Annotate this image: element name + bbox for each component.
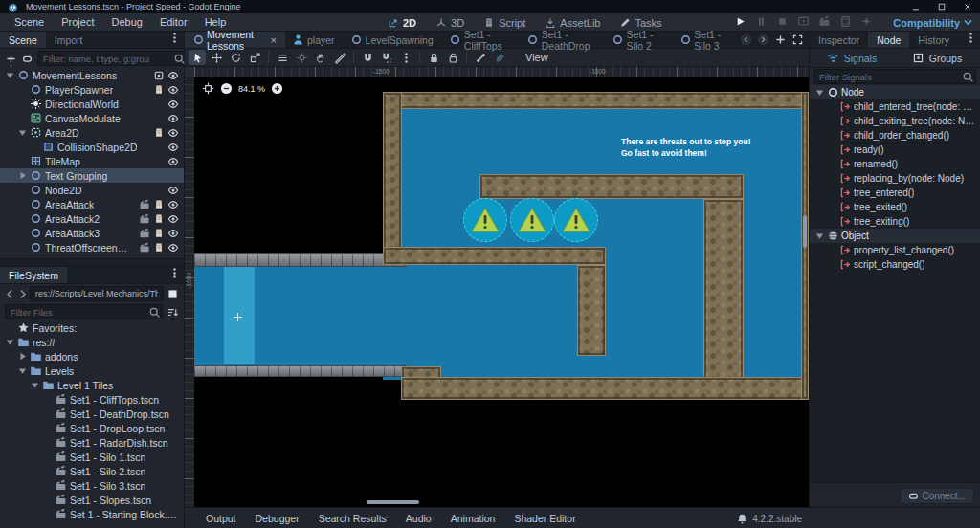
bottom-panel-tab[interactable]: Animation (441, 513, 505, 524)
signal-row[interactable]: child_entered_tree(node: Node) (810, 99, 980, 114)
scene-tab[interactable]: player (285, 32, 344, 48)
expand-arrow-icon[interactable] (827, 246, 836, 255)
expand-arrow-icon[interactable] (17, 114, 27, 123)
menu-item[interactable]: Help (196, 16, 235, 28)
clapper-icon[interactable] (55, 436, 67, 449)
bottom-panel-tab[interactable]: Search Results (309, 513, 396, 524)
clapper-icon[interactable] (139, 213, 150, 225)
scene-tree-row[interactable]: CanvasModulate (0, 111, 184, 125)
zoom-out-icon[interactable] (220, 82, 233, 95)
scene-tree-row[interactable]: CollisionShape2D (0, 140, 184, 154)
run-control-button[interactable] (839, 15, 852, 30)
workspace-tab[interactable]: AssetLib (537, 17, 608, 29)
clapper-icon[interactable] (139, 242, 150, 253)
canvas-tool-button[interactable] (359, 50, 376, 65)
bottom-panel-tab[interactable]: Shader Editor (504, 513, 585, 524)
file-tree-row[interactable]: Favorites: (0, 320, 184, 335)
eye-icon[interactable] (167, 185, 179, 196)
instance-scene-icon[interactable] (21, 53, 33, 65)
workspace-tab[interactable]: 2D (380, 17, 424, 29)
canvas-tool-button[interactable] (227, 50, 244, 65)
expand-arrow-icon[interactable] (42, 395, 52, 405)
eye-icon[interactable] (167, 242, 179, 253)
scene-tree-row[interactable]: AreaAttack2 (0, 211, 184, 226)
expand-arrow-icon[interactable] (30, 143, 39, 152)
expand-arrow-icon[interactable] (827, 145, 836, 155)
forward-icon[interactable] (17, 288, 27, 300)
clapper-icon[interactable] (55, 422, 67, 434)
clapper-icon[interactable] (55, 465, 67, 477)
scene-tree-row[interactable]: AreaAttack (0, 197, 184, 211)
scene-tab[interactable]: Set1 - Silo 3 (672, 32, 740, 48)
signal-row[interactable]: child_exiting_tree(node: Node) (810, 114, 980, 128)
expand-arrow-icon[interactable] (827, 260, 836, 270)
bottom-panel-tab[interactable]: Audio (396, 513, 441, 524)
canvas-tool-button[interactable] (246, 50, 263, 65)
run-control-button[interactable] (797, 15, 810, 30)
file-tree-row[interactable]: Set1 - DeathDrop.tscn (0, 407, 184, 421)
file-tree-row[interactable]: Set1 - DropLoop.tscn (0, 421, 184, 435)
file-tree-row[interactable]: Set1 - CliffTops.tscn (0, 392, 184, 407)
expand-arrow-icon[interactable] (17, 157, 27, 166)
dock-tab[interactable]: Scene (0, 32, 46, 48)
clapper-icon[interactable] (139, 228, 150, 239)
run-control-button[interactable] (776, 15, 789, 30)
bottom-panel-tab[interactable]: Output (196, 513, 246, 524)
scene-tab[interactable]: Movement Lessons × (185, 32, 285, 48)
expand-arrow-icon[interactable] (827, 102, 836, 112)
menu-item[interactable]: Scene (6, 16, 53, 28)
expand-arrow-icon[interactable] (814, 88, 824, 98)
scene-tab[interactable]: Set1 - DeathDrop (520, 32, 605, 48)
clapper-icon[interactable] (55, 451, 67, 463)
canvas-tool-button[interactable] (274, 50, 291, 65)
menu-item[interactable]: Debug (102, 16, 150, 28)
notifications-bell-icon[interactable] (737, 514, 747, 524)
workspace-tab[interactable]: 3D (428, 17, 472, 29)
canvas-area[interactable]: There are threats out to stop you! Go fa… (194, 77, 809, 507)
clapper-icon[interactable] (818, 15, 831, 28)
script-icon[interactable] (153, 213, 165, 225)
expand-arrow-icon[interactable] (827, 217, 836, 227)
eye-icon[interactable] (167, 142, 179, 153)
scene-tree-row[interactable]: Area2D (0, 125, 184, 140)
minimize-icon[interactable] (911, 2, 921, 11)
expand-arrow-icon[interactable] (17, 186, 27, 195)
scene-tree-row[interactable]: ThreatOffscreenSpawner (0, 240, 184, 254)
view-menu-button[interactable]: View (520, 52, 554, 63)
run-control-button[interactable] (860, 15, 873, 30)
filesystem-menu-icon[interactable] (166, 267, 184, 279)
section-button[interactable]: Groups (895, 53, 980, 64)
horizontal-scrollbar[interactable] (367, 500, 419, 504)
file-tree-row[interactable]: Level 1 Tiles (0, 378, 184, 392)
expand-arrow-icon[interactable] (5, 71, 14, 80)
run-control-button[interactable] (734, 15, 746, 30)
scene-filter-input[interactable] (41, 53, 171, 65)
vertical-scrollbar[interactable] (803, 215, 807, 248)
next-tab-icon[interactable] (757, 33, 769, 46)
zoom-in-icon[interactable] (271, 82, 283, 95)
dock-tab[interactable]: Inspector (810, 32, 868, 48)
expand-arrow-icon[interactable] (827, 174, 836, 184)
scene-tree-row[interactable]: Text Grouping (0, 168, 184, 183)
signal-row[interactable]: tree_exited() (810, 200, 980, 214)
clapper-icon[interactable] (55, 407, 67, 420)
expand-arrow-icon[interactable] (5, 338, 14, 347)
expand-arrow-icon[interactable] (42, 438, 52, 448)
scene-tab[interactable]: Set1 - CliffTops (442, 32, 520, 48)
file-tree-row[interactable]: Set1 - Silo 2.tscn (0, 464, 184, 478)
expand-arrow-icon[interactable] (827, 160, 836, 169)
expand-arrow-icon[interactable] (17, 243, 27, 253)
run-control-button[interactable] (755, 15, 768, 30)
back-icon[interactable] (5, 288, 14, 300)
eye-icon[interactable] (167, 84, 179, 96)
dock-tab[interactable]: History (909, 32, 958, 48)
file-tree-row[interactable]: Set 1 - Starting Block.tscn (0, 507, 184, 521)
file-tree-row[interactable]: res:// (0, 335, 184, 349)
clapper-icon[interactable] (55, 494, 67, 506)
scene-tree-row[interactable]: PlayerSpawner (0, 82, 184, 97)
scene-tab[interactable]: Set1 - Silo 2 (605, 32, 673, 48)
dock-menu-icon[interactable] (962, 32, 980, 44)
scene-tree-row[interactable]: TileMap (0, 154, 184, 168)
script-icon[interactable] (153, 242, 165, 253)
clapper-icon[interactable] (55, 393, 67, 406)
